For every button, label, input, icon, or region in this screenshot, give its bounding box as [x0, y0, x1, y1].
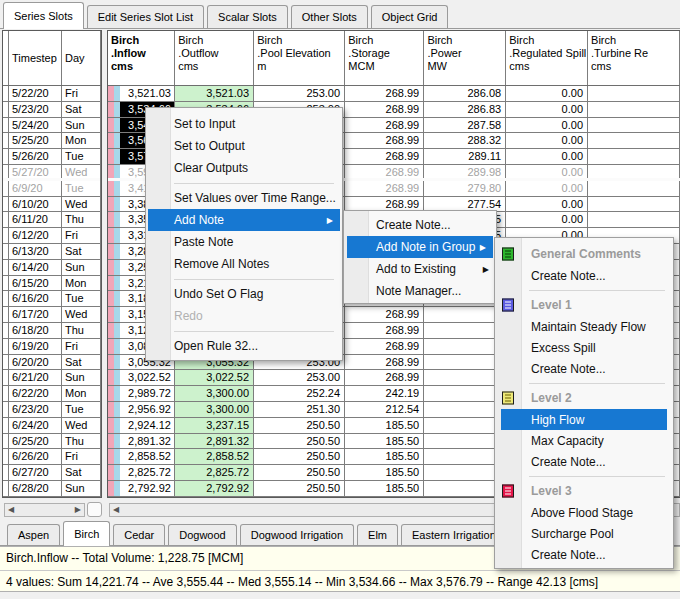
inflow-value[interactable]: 2,989.72: [120, 386, 174, 401]
cell-timestep[interactable]: 5/23/20: [9, 102, 62, 117]
cell-pool[interactable]: 250.50: [254, 418, 345, 433]
cell-timestep[interactable]: 6/23/20: [9, 402, 62, 417]
cell-timestep[interactable]: 6/11/20: [9, 212, 62, 227]
cell-spill[interactable]: 0.00: [506, 102, 588, 117]
tab-scalar-slots[interactable]: Scalar Slots: [207, 5, 288, 28]
cell-timestep[interactable]: 6/24/20: [9, 418, 62, 433]
menu-item-undo-set-o-flag[interactable]: Undo Set O Flag: [146, 283, 342, 305]
cell-storage[interactable]: 268.99: [345, 118, 424, 133]
menu-item-set-to-input[interactable]: Set to Input: [146, 113, 342, 135]
inflow-value[interactable]: 2,924.12: [120, 418, 174, 433]
cell-power[interactable]: 286.83: [424, 102, 506, 117]
cell-storage[interactable]: 268.99: [345, 307, 424, 322]
cell-timestep[interactable]: 6/18/20: [9, 323, 62, 338]
cell-day[interactable]: Sun: [62, 260, 101, 275]
cell-timestep[interactable]: 6/22/20: [9, 386, 62, 401]
cell-day[interactable]: Sun: [62, 118, 101, 133]
menu-item-open-rule-32[interactable]: Open Rule 32...: [146, 335, 342, 357]
cell-timestep[interactable]: 6/9/20: [9, 181, 62, 196]
cell-timestep[interactable]: 6/26/20: [9, 449, 62, 464]
cell-pool[interactable]: 250.50: [254, 481, 345, 496]
cell-storage[interactable]: 242.19: [345, 386, 424, 401]
cell-day[interactable]: Sat: [62, 465, 101, 480]
menu-item-add-note[interactable]: Add Note▶: [148, 209, 340, 231]
scroll-left-icon[interactable]: ◀: [8, 506, 14, 514]
menu-item-paste-note[interactable]: Paste Note: [146, 231, 342, 253]
cell-timestep[interactable]: 5/22/20: [9, 86, 62, 101]
cell-day[interactable]: Sun: [62, 370, 101, 385]
cell-storage[interactable]: 268.99: [345, 133, 424, 148]
cell-day[interactable]: Fri: [62, 449, 101, 464]
cell-pool[interactable]: 251.30: [254, 402, 345, 417]
cell-power[interactable]: 286.08: [424, 86, 506, 101]
cell-inflow[interactable]: 2,924.12: [108, 418, 175, 433]
cell-day[interactable]: Mon: [62, 386, 101, 401]
cell-spill[interactable]: 0.00: [506, 181, 588, 196]
inflow-value[interactable]: 2,956.92: [120, 402, 174, 417]
column-header-pool[interactable]: Birch.Pool Elevationm: [254, 31, 345, 85]
cell-day[interactable]: Tue: [62, 149, 101, 164]
menu-item-maintain-steady-flow[interactable]: Maintain Steady Flow: [495, 316, 673, 337]
column-header-turbine[interactable]: Birch.Turbine Recms: [588, 31, 680, 85]
cell-outflow[interactable]: 3,300.00: [175, 402, 254, 417]
cell-storage[interactable]: 212.54: [345, 402, 424, 417]
cell-outflow[interactable]: 2,792.92: [175, 481, 254, 496]
timestep-hscrollbar[interactable]: ◀ ▶: [4, 503, 85, 517]
cell-storage[interactable]: 268.99: [345, 339, 424, 354]
scroll-right-icon[interactable]: ▶: [75, 506, 81, 514]
cell-spill[interactable]: 0.00: [506, 86, 588, 101]
scroll-left-icon[interactable]: ◀: [113, 506, 119, 514]
cell-storage[interactable]: 268.99: [345, 102, 424, 117]
cell-pool[interactable]: 250.50: [254, 465, 345, 480]
cell-storage[interactable]: 268.99: [345, 86, 424, 101]
menu-item-create-note[interactable]: Create Note...: [344, 214, 496, 236]
cell-pool[interactable]: 250.50: [254, 449, 345, 464]
tab-edit-series-slot-list[interactable]: Edit Series Slot List: [87, 5, 204, 28]
menu-item-add-note-in-group[interactable]: Add Note in Group▶: [347, 236, 493, 258]
cell-turbine[interactable]: [588, 197, 680, 212]
cell-outflow[interactable]: 2,891.32: [175, 434, 254, 449]
inflow-value[interactable]: 2,825.72: [120, 465, 174, 480]
tab-other-slots[interactable]: Other Slots: [291, 5, 368, 28]
object-tab-dogwood-irrigation[interactable]: Dogwood Irrigation: [240, 524, 354, 545]
cell-storage[interactable]: 185.50: [345, 449, 424, 464]
cell-timestep[interactable]: 6/16/20: [9, 291, 62, 306]
cell-day[interactable]: Tue: [62, 402, 101, 417]
cell-day[interactable]: Fri: [62, 86, 101, 101]
cell-day[interactable]: Tue: [62, 291, 101, 306]
cell-day[interactable]: Sat: [62, 355, 101, 370]
cell-power[interactable]: 279.80: [424, 181, 506, 196]
cell-inflow[interactable]: 2,792.92: [108, 481, 175, 496]
menu-item-max-capacity[interactable]: Max Capacity: [495, 430, 673, 451]
cell-storage[interactable]: 185.50: [345, 418, 424, 433]
object-tab-elm[interactable]: Elm: [357, 524, 398, 545]
cell-inflow[interactable]: 2,825.72: [108, 465, 175, 480]
inflow-value[interactable]: 3,521.03: [120, 86, 174, 101]
cell-storage[interactable]: 268.99: [345, 355, 424, 370]
cell-storage[interactable]: 268.99: [345, 149, 424, 164]
tab-object-grid[interactable]: Object Grid: [371, 5, 449, 28]
cell-storage[interactable]: 268.99: [345, 323, 424, 338]
object-tab-dogwood[interactable]: Dogwood: [168, 524, 236, 545]
cell-timestep[interactable]: 5/25/20: [9, 133, 62, 148]
object-tab-cedar[interactable]: Cedar: [113, 524, 165, 545]
cell-turbine[interactable]: [588, 118, 680, 133]
menu-item-set-to-output[interactable]: Set to Output: [146, 135, 342, 157]
cell-day[interactable]: Mon: [62, 276, 101, 291]
cell-timestep[interactable]: 6/25/20: [9, 434, 62, 449]
cell-turbine[interactable]: [588, 86, 680, 101]
cell-day[interactable]: Wed: [62, 307, 101, 322]
cell-timestep[interactable]: 6/10/20: [9, 197, 62, 212]
cell-inflow[interactable]: 2,891.32: [108, 434, 175, 449]
menu-item-create-note[interactable]: Create Note...: [495, 358, 673, 379]
cell-timestep[interactable]: 6/19/20: [9, 339, 62, 354]
cell-storage[interactable]: 268.99: [345, 370, 424, 385]
cell-inflow[interactable]: 2,989.72: [108, 386, 175, 401]
menu-item-excess-spill[interactable]: Excess Spill: [495, 337, 673, 358]
column-header-inflow[interactable]: Birch.Inflowcms: [108, 31, 175, 85]
cell-timestep[interactable]: 6/20/20: [9, 355, 62, 370]
cell-day[interactable]: Sat: [62, 244, 101, 259]
cell-storage[interactable]: 185.50: [345, 481, 424, 496]
menu-item-surcharge-pool[interactable]: Surcharge Pool: [495, 523, 673, 544]
cell-day[interactable]: Fri: [62, 339, 101, 354]
